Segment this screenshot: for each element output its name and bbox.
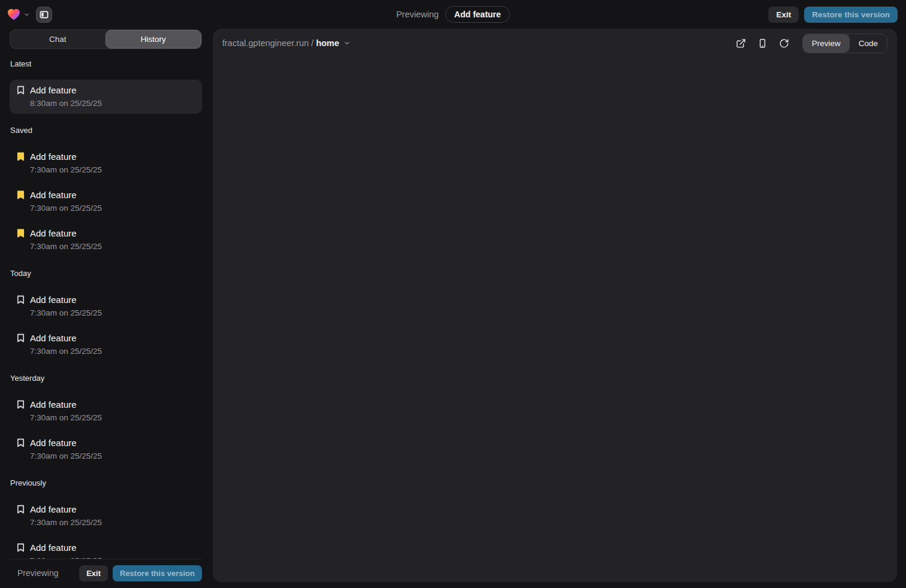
footer-restore-button[interactable]: Restore this version xyxy=(113,565,202,581)
item-title: Add feature xyxy=(30,228,77,238)
url-domain: fractal.gptengineer.run / xyxy=(222,38,316,48)
section-items: Add feature 7:30am on 25/25/25 Add featu… xyxy=(10,289,202,362)
tab-chat[interactable]: Chat xyxy=(10,30,105,49)
sidebar-toggle-button[interactable] xyxy=(36,7,52,23)
item-title: Add feature xyxy=(30,190,77,200)
history-list: Latest Add feature 8:30am on 25/25/25 Sa… xyxy=(10,49,202,559)
chevron-down-icon xyxy=(343,40,351,47)
section-title: Latest xyxy=(10,59,202,68)
bookmark-icon[interactable] xyxy=(17,400,25,409)
preview-header: fractal.gptengineer.run / home xyxy=(213,29,897,57)
item-title: Add feature xyxy=(30,542,77,553)
exit-button[interactable]: Exit xyxy=(768,7,799,23)
item-time: 7:30am on 25/25/25 xyxy=(30,242,195,251)
item-time: 7:30am on 25/25/25 xyxy=(30,204,195,213)
section-title: Yesterday xyxy=(10,374,202,383)
bookmark-icon[interactable] xyxy=(17,295,25,304)
item-title: Add feature xyxy=(30,151,77,162)
item-title: Add feature xyxy=(30,333,77,343)
chevron-down-icon xyxy=(23,11,30,18)
history-item[interactable]: Add feature 7:30am on 25/25/25 xyxy=(10,394,202,428)
open-in-new-tab-icon[interactable] xyxy=(736,38,746,49)
preview-panel: fractal.gptengineer.run / home xyxy=(213,29,897,582)
section-title: Saved xyxy=(10,126,202,135)
history-item[interactable]: Add feature 7:30am on 25/25/25 xyxy=(10,499,202,533)
footer-exit-button[interactable]: Exit xyxy=(79,565,108,581)
section-items: Add feature 7:30am on 25/25/25 Add featu… xyxy=(10,146,202,257)
url-route: home xyxy=(316,38,339,48)
preview-viewport xyxy=(213,57,897,582)
bookmark-icon[interactable] xyxy=(17,543,25,552)
topbar: Previewing Add feature Exit Restore this… xyxy=(0,0,906,29)
history-item[interactable]: Add feature 7:30am on 25/25/25 xyxy=(10,537,202,559)
panel-left-icon xyxy=(40,10,49,19)
bookmark-icon[interactable] xyxy=(17,438,25,447)
mobile-preview-icon[interactable] xyxy=(757,38,768,49)
bookmark-icon[interactable] xyxy=(17,86,25,95)
bookmark-icon[interactable] xyxy=(17,229,25,238)
history-item[interactable]: Add feature 7:30am on 25/25/25 xyxy=(10,328,202,362)
history-item[interactable]: Add feature 7:30am on 25/25/25 xyxy=(10,146,202,180)
item-time: 7:30am on 25/25/25 xyxy=(30,451,195,460)
item-title: Add feature xyxy=(30,438,77,448)
content-area: Chat History Latest Add feature 8:30am o… xyxy=(0,29,906,588)
history-section: Today Add feature 7:30am on 25/25/25 Add… xyxy=(10,269,202,362)
history-section: Latest Add feature 8:30am on 25/25/25 xyxy=(10,59,202,114)
item-time: 7:30am on 25/25/25 xyxy=(30,518,195,527)
history-item[interactable]: Add feature 7:30am on 25/25/25 xyxy=(10,289,202,323)
url-route-selector[interactable]: fractal.gptengineer.run / home xyxy=(222,38,351,48)
item-title: Add feature xyxy=(30,399,77,410)
section-items: Add feature 8:30am on 25/25/25 xyxy=(10,80,202,114)
history-item[interactable]: Add feature 8:30am on 25/25/25 xyxy=(10,80,202,114)
item-time: 7:30am on 25/25/25 xyxy=(30,308,195,317)
history-section: Saved Add feature 7:30am on 25/25/25 Add… xyxy=(10,126,202,257)
item-time: 7:30am on 25/25/25 xyxy=(30,165,195,174)
section-title: Today xyxy=(10,269,202,278)
item-title: Add feature xyxy=(30,295,77,305)
item-time: 7:30am on 25/25/25 xyxy=(30,413,195,422)
sidebar-footer: Previewing Exit Restore this version xyxy=(10,559,202,588)
section-title: Previously xyxy=(10,478,202,487)
app-logo-menu-button[interactable] xyxy=(7,8,30,20)
history-section: Previously Add feature 7:30am on 25/25/2… xyxy=(10,478,202,559)
footer-previewing-label: Previewing xyxy=(17,568,58,578)
restore-version-button[interactable]: Restore this version xyxy=(804,7,898,23)
history-item[interactable]: Add feature 7:30am on 25/25/25 xyxy=(10,432,202,466)
heart-logo-icon xyxy=(7,8,20,20)
item-title: Add feature xyxy=(30,85,77,95)
tab-code[interactable]: Code xyxy=(850,34,887,53)
preview-code-tabs: Preview Code xyxy=(802,34,887,53)
refresh-icon[interactable] xyxy=(779,38,789,49)
section-items: Add feature 7:30am on 25/25/25 Add featu… xyxy=(10,394,202,466)
history-section: Yesterday Add feature 7:30am on 25/25/25… xyxy=(10,374,202,466)
bookmark-icon[interactable] xyxy=(17,334,25,343)
item-time: 8:30am on 25/25/25 xyxy=(30,99,195,108)
bookmark-icon[interactable] xyxy=(17,505,25,514)
item-title: Add feature xyxy=(30,504,77,514)
tab-history[interactable]: History xyxy=(105,30,202,49)
previewing-label: Previewing xyxy=(396,10,439,19)
tab-preview[interactable]: Preview xyxy=(803,34,850,53)
chat-history-tabs: Chat History xyxy=(10,29,202,49)
history-item[interactable]: Add feature 7:30am on 25/25/25 xyxy=(10,184,202,219)
item-time: 7:30am on 25/25/25 xyxy=(30,347,195,356)
history-sidebar: Chat History Latest Add feature 8:30am o… xyxy=(10,29,202,588)
section-items: Add feature 7:30am on 25/25/25 Add featu… xyxy=(10,499,202,559)
bookmark-icon[interactable] xyxy=(17,190,25,199)
version-name-badge: Add feature xyxy=(445,6,510,23)
history-item[interactable]: Add feature 7:30am on 25/25/25 xyxy=(10,223,202,257)
bookmark-icon[interactable] xyxy=(17,152,25,161)
